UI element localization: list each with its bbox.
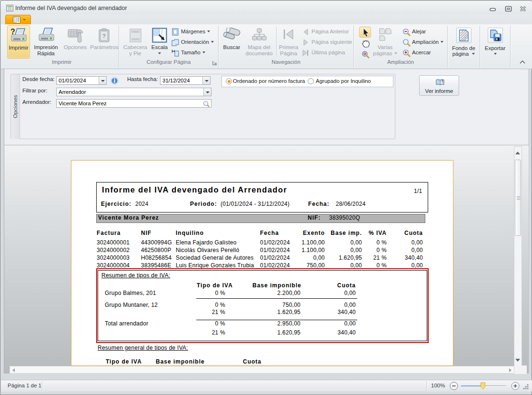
svg-text:?: ? [10, 28, 15, 36]
svg-text:?: ? [102, 32, 106, 40]
